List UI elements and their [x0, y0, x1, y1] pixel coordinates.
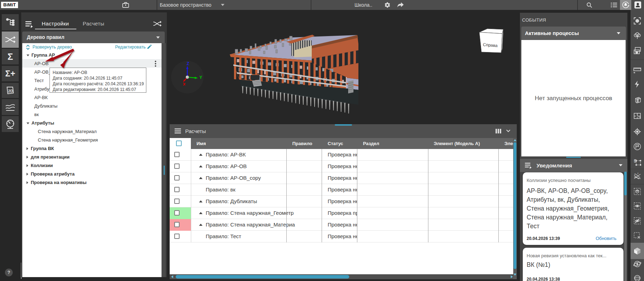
- svg-text:2: 2: [637, 172, 639, 174]
- svg-text:Справа: Справа: [483, 42, 498, 48]
- svg-text:Z: Z: [187, 61, 189, 66]
- svg-text:Y: Y: [199, 75, 202, 80]
- svg-text:2D: 2D: [8, 89, 13, 93]
